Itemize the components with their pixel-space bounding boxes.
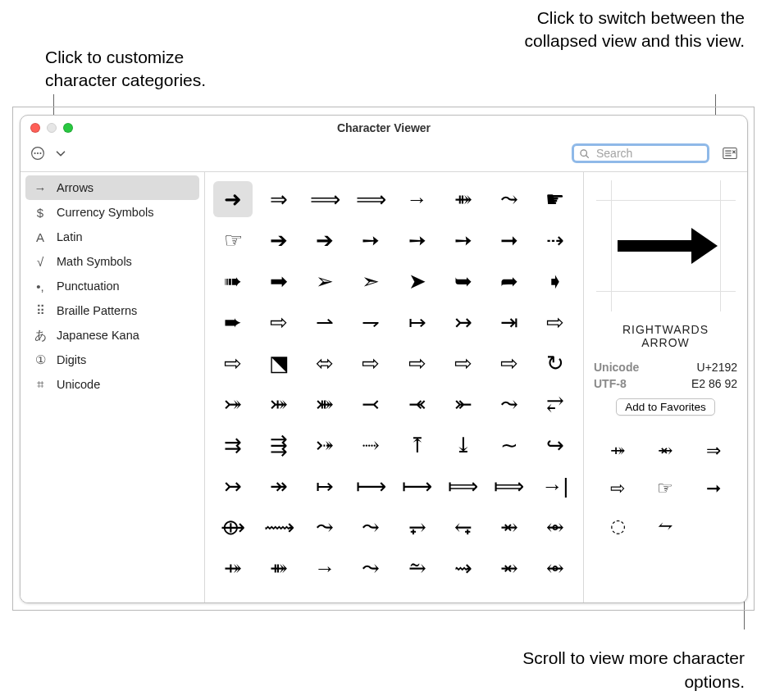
character-cell[interactable]: ⟿ <box>259 509 299 545</box>
character-cell[interactable]: ⇀ <box>305 304 344 340</box>
character-cell[interactable]: ⟼ <box>351 468 390 504</box>
character-cell[interactable]: ⇁ <box>351 304 390 340</box>
character-cell[interactable]: ⥈ <box>536 509 575 545</box>
character-cell[interactable]: ⤓ <box>444 427 483 463</box>
variant-cell[interactable]: ⤀ <box>610 440 625 461</box>
variant-cell[interactable]: ⥇ <box>658 440 673 461</box>
variant-cell[interactable]: ⇒ <box>706 440 721 461</box>
dropdown-button[interactable] <box>52 144 70 162</box>
sidebar-item-punctuation[interactable]: •,Punctuation <box>21 274 204 298</box>
character-cell[interactable]: ☛ <box>536 181 575 217</box>
character-cell[interactable]: →| <box>536 468 575 504</box>
character-cell[interactable]: ⤳ <box>490 386 529 422</box>
character-cell[interactable]: ⤳ <box>305 509 344 545</box>
character-cell[interactable]: → <box>305 550 344 586</box>
character-cell[interactable]: ⥆ <box>444 509 483 545</box>
sidebar-item-japanese-kana[interactable]: あJapanese Kana <box>21 323 204 348</box>
character-cell[interactable]: ⥈ <box>536 550 575 586</box>
sidebar-item-unicode[interactable]: ⌗Unicode <box>21 372 204 397</box>
character-cell[interactable]: ➙ <box>444 222 483 258</box>
close-button[interactable] <box>30 123 40 133</box>
character-cell[interactable]: ➔ <box>305 222 344 258</box>
character-cell[interactable]: ➞ <box>490 222 529 258</box>
zoom-button[interactable] <box>63 123 73 133</box>
character-cell[interactable]: ➙ <box>398 222 437 258</box>
character-cell[interactable]: ⇒ <box>259 181 299 217</box>
character-cell[interactable]: ⥅ <box>398 509 437 545</box>
character-cell[interactable]: ➙ <box>351 222 390 258</box>
character-cell[interactable]: ⬄ <box>305 345 344 381</box>
character-cell[interactable]: ⇨ <box>490 345 529 381</box>
variant-cell[interactable]: ⥊ <box>658 516 673 537</box>
sidebar-item-math-symbols[interactable]: √Math Symbols <box>21 249 204 274</box>
character-cell[interactable]: ⟴ <box>213 509 253 545</box>
character-cell[interactable]: ⇥ <box>490 304 529 340</box>
variant-cell[interactable]: ⇨ <box>610 478 625 499</box>
character-cell[interactable]: ⤁ <box>259 550 299 586</box>
character-cell[interactable]: ➣ <box>351 263 390 299</box>
character-cell[interactable]: ⇨ <box>444 345 483 381</box>
character-cell[interactable]: ⤐ <box>305 427 344 463</box>
character-cell[interactable]: ➥ <box>444 263 483 299</box>
sidebar-item-arrows[interactable]: →Arrows <box>25 175 199 200</box>
character-cell[interactable]: ➢ <box>305 263 344 299</box>
character-cell[interactable]: ↪ <box>536 427 575 463</box>
character-cell[interactable]: ⥂ <box>536 386 575 422</box>
character-cell[interactable]: ⥲ <box>398 550 437 586</box>
character-cell[interactable]: ⟹ <box>305 181 344 217</box>
sidebar-item-braille-patterns[interactable]: ⠿Braille Patterns <box>21 298 204 323</box>
character-grid[interactable]: ➜⇒⟹⟹→⤁⤳☛☞➔➔➙➙➙➞⇢➠➡➢➣➤➥➦➧➨⇨⇀⇁↦↣⇥⇨⇨⬔⬄⇨⇨⇨⇨↻… <box>205 172 583 602</box>
character-cell[interactable]: ⟾ <box>444 468 483 504</box>
character-cell[interactable]: ⤑ <box>351 427 390 463</box>
character-cell[interactable]: ⤖ <box>213 386 253 422</box>
character-cell[interactable]: ➡ <box>259 263 299 299</box>
character-cell[interactable]: ➤ <box>398 263 437 299</box>
character-cell[interactable]: ⤳ <box>490 181 529 217</box>
variant-cell[interactable]: ◌ <box>610 516 626 537</box>
character-cell[interactable]: ⇢ <box>536 222 575 258</box>
variant-cell[interactable]: ➞ <box>706 478 721 499</box>
character-cell[interactable]: ➠ <box>213 263 253 299</box>
search-field[interactable] <box>572 143 709 163</box>
character-cell[interactable]: ⇨ <box>213 345 253 381</box>
sidebar-item-digits[interactable]: ①Digits <box>21 348 204 372</box>
character-cell[interactable]: ☞ <box>213 222 253 258</box>
character-cell[interactable]: → <box>398 181 437 217</box>
character-cell[interactable]: ⇶ <box>259 427 299 463</box>
character-cell[interactable]: ⤘ <box>305 386 344 422</box>
character-cell[interactable]: ∼ <box>490 427 529 463</box>
character-cell[interactable]: ⇨ <box>351 345 390 381</box>
character-cell[interactable]: ↣ <box>213 468 253 504</box>
character-cell[interactable]: ➔ <box>259 222 299 258</box>
character-cell[interactable]: ⤜ <box>444 386 483 422</box>
character-cell[interactable]: ⤛ <box>398 386 437 422</box>
character-cell[interactable]: ⥇ <box>490 509 529 545</box>
character-cell[interactable]: ⟾ <box>490 468 529 504</box>
character-cell[interactable]: ⟹ <box>351 181 390 217</box>
font-variants-grid[interactable]: ⤀⥇⇒⇨☞➞◌⥊ <box>594 432 737 545</box>
character-cell[interactable]: ➦ <box>490 263 529 299</box>
variant-cell[interactable]: ☞ <box>657 478 673 499</box>
character-cell[interactable]: ⇉ <box>213 427 253 463</box>
character-cell[interactable]: ↠ <box>259 468 299 504</box>
sidebar-item-latin[interactable]: ALatin <box>21 225 204 249</box>
character-cell[interactable]: ⤳ <box>351 509 390 545</box>
character-cell[interactable]: ↻ <box>536 345 575 381</box>
sidebar-item-currency-symbols[interactable]: $Currency Symbols <box>21 200 204 225</box>
character-cell[interactable]: ⇨ <box>536 304 575 340</box>
search-input[interactable] <box>596 147 740 160</box>
character-cell[interactable]: ⤙ <box>351 386 390 422</box>
minimize-button[interactable] <box>47 123 57 133</box>
toggle-view-button[interactable] <box>721 144 739 162</box>
character-cell[interactable]: ⤒ <box>398 427 437 463</box>
character-cell[interactable]: ⥇ <box>490 550 529 586</box>
character-cell[interactable]: ↦ <box>398 304 437 340</box>
character-cell[interactable]: ⇝ <box>444 550 483 586</box>
add-to-favorites-button[interactable]: Add to Favorites <box>616 398 714 416</box>
character-cell[interactable]: ⤀ <box>213 550 253 586</box>
character-cell[interactable]: ⟼ <box>398 468 437 504</box>
character-cell[interactable]: ⬔ <box>259 345 299 381</box>
character-cell[interactable]: ➜ <box>213 181 253 217</box>
character-cell[interactable]: ⤳ <box>351 550 390 586</box>
customize-categories-button[interactable] <box>29 144 47 162</box>
